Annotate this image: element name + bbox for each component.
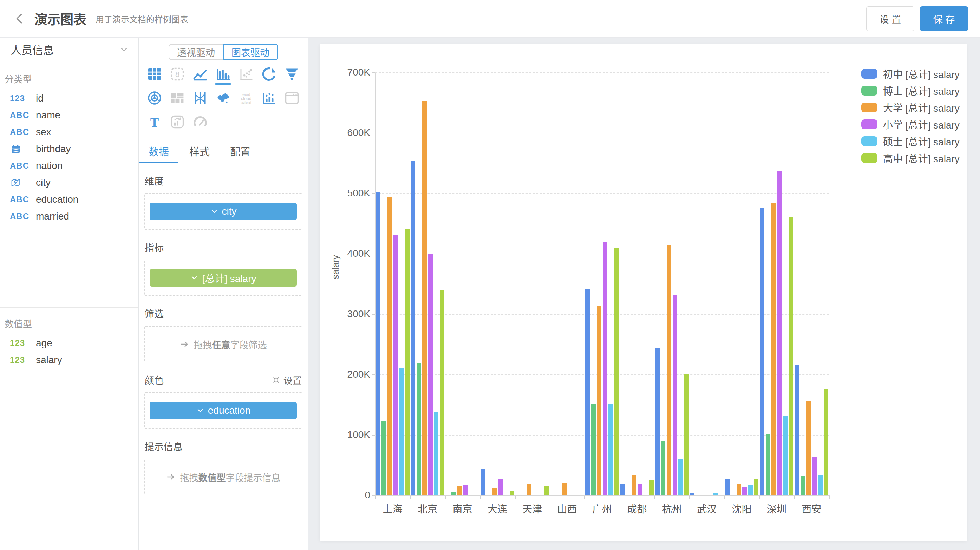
bar-深圳-高中[interactable] xyxy=(789,217,794,495)
bar-沈阳-小学[interactable] xyxy=(742,488,747,495)
bar-成都-高中[interactable] xyxy=(649,480,654,495)
chart-type-funnel-chart-icon[interactable] xyxy=(283,67,301,87)
bar-大连-初中[interactable] xyxy=(480,469,485,495)
legend-item[interactable]: 大学 [总计] salary xyxy=(861,99,959,116)
bar-沈阳-高中[interactable] xyxy=(754,479,758,495)
color-settings-link[interactable]: 设置 xyxy=(272,374,302,386)
bar-南京-小学[interactable] xyxy=(463,485,468,495)
bar-大连-小学[interactable] xyxy=(498,479,503,495)
bar-深圳-初中[interactable] xyxy=(760,208,764,495)
bar-大连-高中[interactable] xyxy=(510,491,514,495)
bar-北京-大学[interactable] xyxy=(422,101,427,495)
field-item-sex[interactable]: ABCsex xyxy=(0,124,138,140)
field-item-name[interactable]: ABCname xyxy=(0,107,138,124)
bar-深圳-小学[interactable] xyxy=(777,171,782,495)
save-button[interactable]: 保 存 xyxy=(920,6,968,31)
tab-settings[interactable]: 配置 xyxy=(220,139,261,163)
dimension-chip-city[interactable]: city xyxy=(150,203,297,220)
field-item-age[interactable]: 123age xyxy=(0,335,138,351)
tab-pivot-driven[interactable]: 透视驱动 xyxy=(169,44,223,60)
bar-上海-初中[interactable] xyxy=(376,192,380,495)
bar-北京-初中[interactable] xyxy=(410,161,415,495)
bar-西安-大学[interactable] xyxy=(807,401,811,495)
field-item-salary[interactable]: 123salary xyxy=(0,351,138,369)
tab-chart-driven[interactable]: 图表驱动 xyxy=(223,44,278,60)
tab-style[interactable]: 样式 xyxy=(180,139,220,163)
bar-西安-初中[interactable] xyxy=(794,365,799,495)
bar-天津-高中[interactable] xyxy=(544,486,549,495)
field-item-city[interactable]: city xyxy=(0,174,138,191)
bar-杭州-高中[interactable] xyxy=(684,374,689,495)
chart-type-radar-chart-icon[interactable] xyxy=(145,90,164,111)
bar-杭州-博士[interactable] xyxy=(661,441,665,495)
chart-type-scatter-chart-icon[interactable] xyxy=(237,67,255,87)
bar-武汉-初中[interactable] xyxy=(690,493,694,495)
bar-深圳-大学[interactable] xyxy=(772,203,776,495)
field-item-id[interactable]: 123id xyxy=(0,90,138,107)
settings-button[interactable]: 设 置 xyxy=(866,6,914,31)
chart-type-pie-chart-icon[interactable] xyxy=(260,67,278,87)
color-dropzone[interactable]: education xyxy=(144,392,302,429)
bar-广州-硕士[interactable] xyxy=(608,404,613,495)
bar-北京-博士[interactable] xyxy=(417,363,421,495)
bar-上海-博士[interactable] xyxy=(382,421,386,495)
field-item-nation[interactable]: ABCnation xyxy=(0,157,138,174)
bar-西安-博士[interactable] xyxy=(800,476,805,495)
bar-成都-大学[interactable] xyxy=(632,475,636,495)
chart-type-gauge-chart-icon[interactable] xyxy=(191,114,209,135)
bar-沈阳-硕士[interactable] xyxy=(748,485,753,495)
bar-武汉-硕士[interactable] xyxy=(713,493,718,495)
bar-西安-硕士[interactable] xyxy=(818,475,822,495)
chart-type-text-chart-icon[interactable]: T xyxy=(145,114,164,135)
dataset-selector[interactable]: 人员信息 xyxy=(0,38,138,62)
legend-item[interactable]: 初中 [总计] salary xyxy=(861,65,959,82)
bar-深圳-硕士[interactable] xyxy=(783,416,788,495)
bar-广州-博士[interactable] xyxy=(591,404,596,495)
legend-item[interactable]: 高中 [总计] salary xyxy=(861,149,959,167)
bar-成都-小学[interactable] xyxy=(638,483,642,495)
dimension-dropzone[interactable]: city xyxy=(144,193,302,230)
chart-type-china-map-icon[interactable] xyxy=(214,90,232,111)
bar-上海-大学[interactable] xyxy=(387,197,392,495)
bar-北京-高中[interactable] xyxy=(440,291,444,495)
bar-广州-高中[interactable] xyxy=(614,248,619,495)
chart-type-word-cloud-icon[interactable]: word cloud agile Bi xyxy=(237,90,255,111)
tab-data[interactable]: 数据 xyxy=(139,139,180,163)
bar-北京-小学[interactable] xyxy=(428,254,433,495)
chart-type-bar-chart-icon[interactable] xyxy=(214,67,232,87)
legend-item[interactable]: 博士 [总计] salary xyxy=(861,82,959,99)
chart-type-image-card-icon[interactable] xyxy=(168,114,186,135)
bar-天津-大学[interactable] xyxy=(527,484,531,495)
bar-上海-小学[interactable] xyxy=(393,235,398,495)
field-item-education[interactable]: ABCeducation xyxy=(0,191,138,208)
bar-大连-大学[interactable] xyxy=(492,488,497,495)
bar-广州-大学[interactable] xyxy=(597,306,601,495)
bar-广州-初中[interactable] xyxy=(585,289,590,495)
tooltip-dropzone[interactable]: 拖拽数值型字段提示信息 xyxy=(144,459,302,495)
bar-山西-大学[interactable] xyxy=(562,483,566,495)
bar-南京-博士[interactable] xyxy=(451,492,456,495)
legend-item[interactable]: 硕士 [总计] salary xyxy=(861,133,959,149)
field-item-married[interactable]: ABCmarried xyxy=(0,208,138,225)
measure-chip-salary[interactable]: [总计] salary xyxy=(150,269,297,286)
bar-深圳-博士[interactable] xyxy=(766,434,770,495)
bar-杭州-小学[interactable] xyxy=(673,296,677,495)
color-chip-education[interactable]: education xyxy=(150,402,297,420)
bar-广州-小学[interactable] xyxy=(603,242,607,495)
chart-type-treemap-icon[interactable] xyxy=(168,90,186,111)
bar-沈阳-初中[interactable] xyxy=(725,479,730,495)
chart-type-indicator-card-icon[interactable]: 8 xyxy=(168,67,186,87)
bar-上海-硕士[interactable] xyxy=(399,369,404,495)
bar-成都-初中[interactable] xyxy=(620,483,625,495)
measure-dropzone[interactable]: [总计] salary xyxy=(144,259,302,296)
chart-type-combo-chart-icon[interactable] xyxy=(260,90,278,111)
back-button[interactable] xyxy=(12,11,27,26)
bar-杭州-硕士[interactable] xyxy=(678,459,683,495)
bar-沈阳-大学[interactable] xyxy=(737,483,741,495)
chart-type-parallel-chart-icon[interactable] xyxy=(191,90,209,111)
bar-南京-大学[interactable] xyxy=(457,486,462,495)
bar-西安-小学[interactable] xyxy=(812,456,817,495)
chart-type-web-component-icon[interactable] xyxy=(283,90,301,111)
bar-北京-硕士[interactable] xyxy=(434,412,438,495)
bar-西安-高中[interactable] xyxy=(824,389,828,495)
